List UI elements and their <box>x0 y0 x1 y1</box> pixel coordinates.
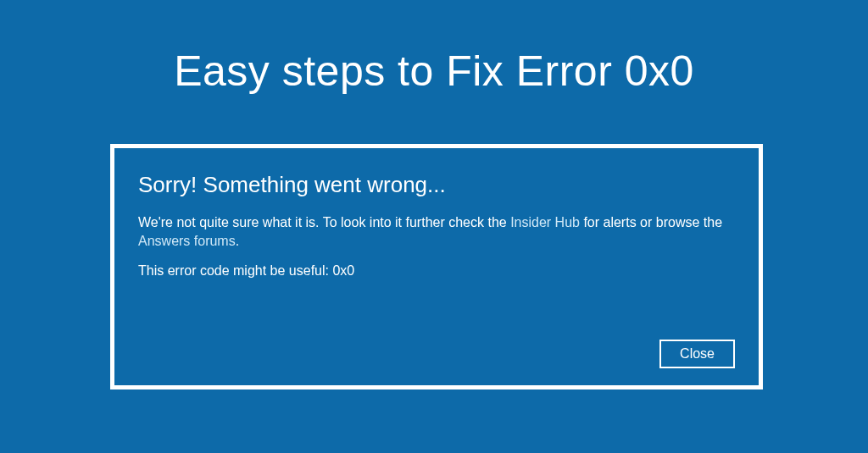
dialog-footer: Close <box>138 340 735 368</box>
error-dialog: Sorry! Something went wrong... We're not… <box>110 144 763 389</box>
dialog-title: Sorry! Something went wrong... <box>138 172 735 198</box>
answers-forums-link[interactable]: Answers forums <box>138 234 236 248</box>
page-title: Easy steps to Fix Error 0x0 <box>0 0 868 96</box>
close-button[interactable]: Close <box>659 340 735 368</box>
dialog-error-code: This error code might be useful: 0x0 <box>138 263 735 279</box>
insider-hub-link[interactable]: Insider Hub <box>510 215 580 229</box>
dialog-body-suffix: . <box>236 234 239 248</box>
dialog-body-mid: for alerts or browse the <box>580 215 722 229</box>
dialog-body: We're not quite sure what it is. To look… <box>138 213 735 251</box>
dialog-body-prefix: We're not quite sure what it is. To look… <box>138 215 510 229</box>
